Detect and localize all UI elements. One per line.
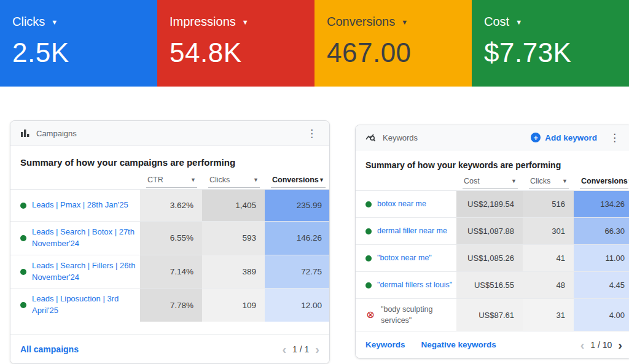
tab-keywords[interactable]: Keywords (365, 340, 405, 349)
scorecard-clicks-label: Clicks (12, 15, 45, 29)
campaign-link[interactable]: Leads | Search | Botox | 27th November'2… (32, 227, 136, 250)
chevron-down-icon[interactable]: ▼ (515, 19, 522, 26)
table-row: ⊗ "body sculpting services" US$87.61 31 … (356, 299, 629, 331)
ctr-cell: 6.55% (140, 222, 202, 255)
chevron-right-icon[interactable]: › (618, 339, 622, 351)
chevron-down-icon[interactable]: ▼ (401, 19, 408, 26)
scorecard-cost-value: $7.73K (484, 37, 629, 68)
clicks-cell: 1,405 (202, 190, 265, 222)
cost-cell: US$1,085.26 (456, 245, 523, 272)
keyword-link[interactable]: botox near me (377, 198, 426, 209)
chevron-down-icon: ▼ (511, 178, 517, 184)
keyword-insights-icon (365, 133, 377, 142)
add-keyword-button[interactable]: + Add keyword (531, 133, 597, 142)
cost-cell: US$2,189.54 (456, 191, 523, 218)
campaigns-card: Campaigns ⋮ Summary of how your campaign… (10, 120, 330, 364)
campaign-link[interactable]: Leads | Liposuction | 3rd April'25 (32, 293, 136, 317)
cost-cell: US$516.55 (456, 272, 523, 299)
clicks-cell: 593 (202, 222, 265, 255)
chevron-down-icon: ▼ (562, 178, 568, 184)
scorecard-cost-label: Cost (484, 15, 509, 29)
scorecard-impressions-value: 54.8K (170, 37, 314, 68)
page-indicator: 1 / 1 (292, 344, 309, 354)
status-enabled-icon (20, 302, 26, 308)
scorecard-impressions[interactable]: Impressions ▼ 54.8K (157, 0, 314, 87)
status-enabled-icon (365, 201, 372, 207)
campaigns-card-header: Campaigns ⋮ (10, 121, 329, 146)
chevron-right-icon[interactable]: › (315, 343, 319, 355)
status-removed-icon: ⊗ (365, 310, 375, 320)
kebab-menu-icon[interactable]: ⋮ (303, 126, 321, 141)
table-row: Leads | Liposuction | 3rd April'25 7.78%… (10, 288, 330, 322)
table-row: Leads | Search | Botox | 27th November'2… (10, 222, 330, 255)
campaign-link[interactable]: Leads | Search | Fillers | 26th November… (32, 260, 136, 284)
campaigns-table: CTR ▼ Clicks ▼ Conversions ▼ (10, 174, 330, 322)
clicks-cell: 48 (523, 272, 574, 299)
column-header-clicks[interactable]: Clicks ▼ (202, 174, 265, 190)
clicks-cell: 109 (202, 288, 265, 322)
scorecard-conversions-label: Conversions (327, 15, 395, 29)
scorecard-cost[interactable]: Cost ▼ $7.73K (472, 0, 629, 87)
ctr-cell: 7.78% (140, 288, 202, 322)
column-header-ctr[interactable]: CTR ▼ (140, 174, 202, 190)
clicks-cell: 41 (523, 245, 574, 272)
keywords-card-header: Keywords + Add keyword ⋮ (356, 125, 629, 150)
column-header-cost[interactable]: Cost ▼ (456, 175, 523, 191)
campaign-link[interactable]: Leads | Pmax | 28th Jan'25 (32, 199, 128, 211)
table-row: dermal filler near me US$1,087.88 301 66… (356, 218, 629, 245)
scorecard-strip: Clicks ▼ 2.5K Impressions ▼ 54.8K Conver… (0, 0, 629, 87)
table-row: "dermal fillers st louis" US$516.55 48 4… (356, 272, 629, 299)
conversions-cell: 146.26 (265, 222, 330, 255)
column-header-conversions[interactable]: Conversions ▼ (265, 174, 330, 190)
scorecard-clicks[interactable]: Clicks ▼ 2.5K (0, 0, 157, 87)
conversions-cell: 235.99 (265, 190, 330, 222)
table-row: botox near me US$2,189.54 516 134.26 (356, 191, 629, 218)
conversions-cell: 134.26 (574, 191, 629, 218)
keyword-link[interactable]: "botox near me" (377, 252, 432, 263)
chevron-down-icon[interactable]: ▼ (242, 19, 249, 26)
status-enabled-icon (365, 255, 372, 261)
chevron-down-icon[interactable]: ▼ (51, 19, 58, 26)
scorecard-conversions[interactable]: Conversions ▼ 467.00 (314, 0, 472, 87)
chevron-down-icon: ▼ (319, 177, 324, 183)
column-header-conversions[interactable]: Conversions ▼ (574, 175, 629, 191)
tab-negative-keywords[interactable]: Negative keywords (421, 340, 496, 349)
conversions-cell: 72.75 (265, 255, 330, 288)
conversions-cell: 11.00 (574, 245, 629, 272)
keywords-table: Cost ▼ Clicks ▼ Conversions ▼ (356, 175, 629, 331)
all-campaigns-link[interactable]: All campaigns (20, 344, 79, 354)
table-row: Leads | Search | Fillers | 26th November… (10, 255, 330, 288)
cost-cell: US$1,087.88 (456, 218, 523, 245)
chevron-left-icon[interactable]: ‹ (282, 343, 286, 355)
kebab-menu-icon[interactable]: ⋮ (606, 130, 623, 145)
chevron-down-icon: ▼ (190, 177, 196, 183)
ctr-cell: 3.62% (140, 190, 202, 222)
campaigns-card-title: Campaigns (36, 129, 77, 138)
chevron-left-icon[interactable]: ‹ (580, 339, 585, 351)
status-enabled-icon (20, 269, 26, 275)
bar-chart-icon (20, 128, 30, 138)
status-enabled-icon (20, 235, 26, 241)
keywords-card-footer: Keywords Negative keywords ‹ 1 / 10 › (356, 331, 629, 358)
clicks-cell: 389 (202, 255, 265, 288)
campaigns-summary-text: Summary of how your campaigns are perfor… (10, 146, 329, 174)
scorecard-conversions-value: 467.00 (327, 37, 472, 68)
column-header-clicks[interactable]: Clicks ▼ (523, 175, 574, 191)
clicks-cell: 31 (523, 299, 574, 331)
cost-cell: US$87.61 (456, 299, 523, 331)
plus-icon: + (531, 133, 541, 142)
keyword-link[interactable]: "body sculpting services" (381, 304, 453, 326)
keywords-summary-text: Summary of how your keywords are perform… (356, 150, 629, 175)
conversions-cell: 12.00 (265, 288, 330, 322)
scorecard-impressions-label: Impressions (170, 15, 236, 29)
keywords-table-header-row: Cost ▼ Clicks ▼ Conversions ▼ (356, 175, 629, 191)
status-enabled-icon (365, 228, 372, 234)
page-indicator: 1 / 10 (590, 340, 612, 350)
conversions-cell: 66.30 (574, 218, 629, 245)
campaigns-table-header-row: CTR ▼ Clicks ▼ Conversions ▼ (10, 174, 330, 190)
keyword-link[interactable]: dermal filler near me (377, 225, 447, 236)
clicks-cell: 516 (523, 191, 574, 218)
campaigns-card-footer: All campaigns ‹ 1 / 1 › (10, 334, 329, 363)
keyword-link[interactable]: "dermal fillers st louis" (377, 279, 452, 290)
keywords-card: Keywords + Add keyword ⋮ Summary of how … (355, 125, 629, 358)
